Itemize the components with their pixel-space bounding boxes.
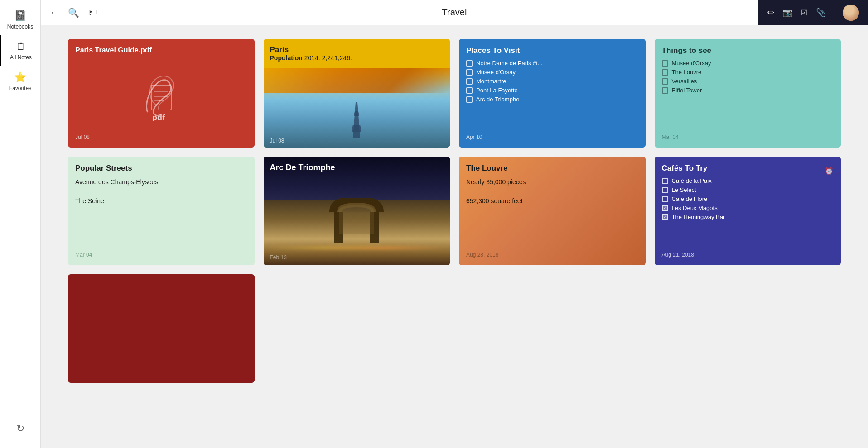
attach-button[interactable]: 📎 bbox=[816, 8, 826, 18]
checklist-item: Musee d'Orsay bbox=[466, 69, 638, 76]
svg-text:pdf: pdf bbox=[152, 113, 165, 121]
card-title: Cafés To Try bbox=[662, 164, 708, 173]
card-title: Paris bbox=[270, 45, 444, 54]
sidebar-bottom: ↻ bbox=[12, 418, 29, 448]
card-date: Jul 08 bbox=[270, 138, 285, 144]
checkbox bbox=[662, 78, 668, 85]
checklist-item: Café de la Paix bbox=[662, 177, 834, 184]
checklist-item: Cafe de Flore bbox=[662, 195, 834, 202]
checkbox bbox=[662, 187, 668, 193]
note-card-things-to-see[interactable]: Things to see Musee d'Orsay The Louvre V… bbox=[655, 39, 841, 148]
checkbox bbox=[662, 196, 668, 202]
checklist-item: Les Deux Magots bbox=[662, 205, 834, 211]
card-date: Aug 28, 2018 bbox=[466, 252, 638, 258]
checkbox bbox=[662, 87, 668, 94]
arc-arch-svg bbox=[329, 198, 384, 243]
card-photo-bottom: Jul 08 bbox=[264, 68, 450, 148]
notebooks-icon: 📓 bbox=[14, 10, 26, 22]
header-toolbar: ✏ 📷 ☑ 📎 bbox=[758, 0, 868, 25]
checkbox bbox=[662, 178, 668, 184]
card-date: Feb 13 bbox=[270, 254, 287, 261]
checklist-item: Arc de Triomphe bbox=[466, 96, 638, 103]
checkbox bbox=[466, 60, 473, 67]
header-left: ← 🔍 🏷 bbox=[50, 7, 97, 18]
arc-photo-bg bbox=[264, 157, 450, 265]
notes-area: Paris Travel Guide.pdf pdf Jul 08 bbox=[41, 25, 868, 448]
new-note-button[interactable]: ✏ bbox=[767, 8, 774, 18]
checklist-item: Le Select bbox=[662, 186, 834, 193]
card-date: Aug 21, 2018 bbox=[662, 252, 834, 258]
pdf-icon: pdf bbox=[139, 71, 184, 121]
card-date: Mar 04 bbox=[75, 252, 247, 258]
sidebar: 📓 Notebooks 🗒 All Notes ⭐ Favorites ↻ bbox=[0, 0, 41, 448]
all-notes-label: All Notes bbox=[10, 54, 32, 61]
reminder-icon: ⏰ bbox=[825, 167, 834, 175]
checklist-item: Notre Dame de Paris #t... bbox=[466, 60, 638, 67]
notebooks-label: Notebooks bbox=[7, 24, 33, 30]
checklist-button[interactable]: ☑ bbox=[800, 8, 808, 18]
note-card-popular-streets[interactable]: Popular Streets Avenue des Champs-Elysee… bbox=[68, 157, 255, 265]
avatar-image bbox=[843, 5, 859, 21]
card-date: Mar 04 bbox=[662, 134, 834, 140]
card-subtitle: Population 2014: 2,241,246. bbox=[270, 54, 444, 62]
svg-rect-11 bbox=[339, 212, 374, 234]
all-notes-icon: 🗒 bbox=[16, 41, 26, 52]
svg-marker-7 bbox=[352, 125, 361, 129]
checklist-item: Versailles bbox=[662, 78, 834, 85]
sync-icon[interactable]: ↻ bbox=[12, 418, 29, 439]
sidebar-item-notebooks[interactable]: 📓 Notebooks bbox=[0, 5, 40, 35]
checkbox bbox=[466, 69, 473, 76]
favorites-label: Favorites bbox=[9, 85, 31, 91]
note-card-paris-population[interactable]: Paris Population 2014: 2,241,246. bbox=[264, 39, 450, 148]
page-title: Travel bbox=[442, 7, 467, 18]
favorites-icon: ⭐ bbox=[14, 71, 26, 83]
tag-button[interactable]: 🏷 bbox=[88, 7, 97, 18]
checkbox bbox=[466, 78, 473, 85]
card-title: Things to see bbox=[662, 46, 834, 55]
card-date: Apr 10 bbox=[466, 134, 638, 140]
note-card-partial[interactable] bbox=[68, 274, 255, 383]
checklist-item: Pont La Fayette bbox=[466, 87, 638, 94]
avatar[interactable] bbox=[843, 5, 859, 21]
checkbox-checked bbox=[662, 205, 668, 211]
pdf-icon-area: pdf bbox=[75, 59, 247, 134]
card-title: Popular Streets bbox=[75, 164, 247, 173]
checklist-item: Eiffel Tower bbox=[662, 87, 834, 94]
checkbox bbox=[466, 96, 473, 103]
notes-grid: Paris Travel Guide.pdf pdf Jul 08 bbox=[68, 39, 841, 265]
note-card-paris-travel-guide[interactable]: Paris Travel Guide.pdf pdf Jul 08 bbox=[68, 39, 255, 148]
search-button[interactable]: 🔍 bbox=[68, 7, 79, 18]
header-divider bbox=[834, 6, 834, 19]
checkbox-checked bbox=[662, 214, 668, 220]
back-button[interactable]: ← bbox=[50, 7, 59, 18]
svg-marker-6 bbox=[354, 111, 359, 116]
eiffel-tower-silhouette bbox=[347, 102, 366, 138]
note-card-cafes-to-try[interactable]: Cafés To Try ⏰ Café de la Paix Le Select… bbox=[655, 157, 841, 265]
svg-marker-5 bbox=[353, 102, 360, 138]
camera-button[interactable]: 📷 bbox=[782, 8, 792, 18]
note-card-the-louvre[interactable]: The Louvre Nearly 35,000 pieces 652,300 … bbox=[459, 157, 646, 265]
checkbox bbox=[662, 69, 668, 76]
checklist-item: The Hemingway Bar bbox=[662, 214, 834, 220]
checklist-item: Montmartre bbox=[466, 78, 638, 85]
card-title: Arc De Triomphe bbox=[270, 163, 335, 172]
header: ← 🔍 🏷 Travel ✏ 📷 ☑ 📎 bbox=[41, 0, 868, 25]
card-title: Places To Visit bbox=[466, 46, 638, 55]
card-title-row: Cafés To Try ⏰ bbox=[662, 164, 834, 177]
card-title: Paris Travel Guide.pdf bbox=[75, 46, 247, 54]
notes-grid-partial bbox=[68, 274, 841, 383]
note-card-arc-de-triomphe[interactable]: Arc De Triomphe Feb 13 bbox=[264, 157, 450, 265]
card-text-area: Paris Population 2014: 2,241,246. bbox=[264, 39, 450, 68]
card-title: The Louvre bbox=[466, 164, 638, 173]
sidebar-item-all-notes[interactable]: 🗒 All Notes bbox=[0, 35, 40, 66]
checklist-item: Musee d'Orsay bbox=[662, 60, 834, 67]
sidebar-item-favorites[interactable]: ⭐ Favorites bbox=[0, 66, 40, 97]
checklist-item: The Louvre bbox=[662, 69, 834, 76]
card-date: Jul 08 bbox=[75, 134, 247, 140]
card-body: Avenue des Champs-Elysees The Seine bbox=[75, 177, 247, 252]
card-body: Nearly 35,000 pieces 652,300 square feet bbox=[466, 177, 638, 252]
note-card-places-to-visit[interactable]: Places To Visit Notre Dame de Paris #t..… bbox=[459, 39, 646, 148]
checkbox bbox=[662, 60, 668, 67]
svg-rect-8 bbox=[352, 129, 361, 132]
main-content: ← 🔍 🏷 Travel ✏ 📷 ☑ 📎 Paris Travel Guide.… bbox=[41, 0, 868, 448]
